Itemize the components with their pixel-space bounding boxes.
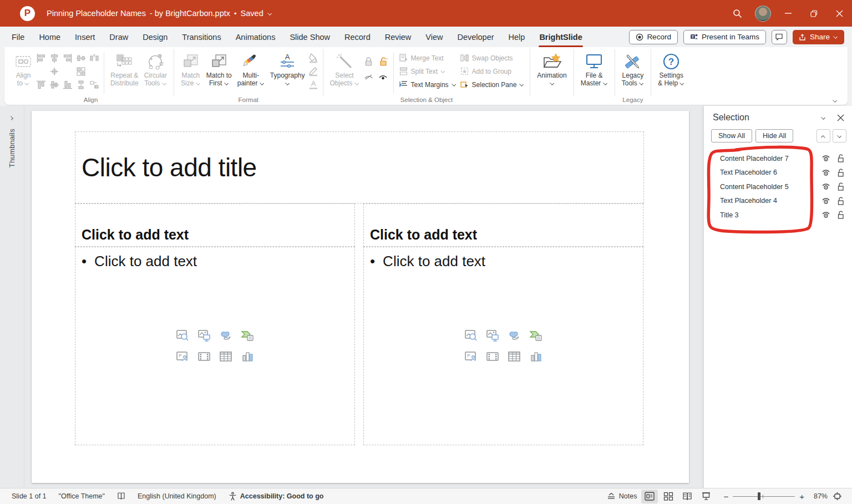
slide-canvas[interactable]: Click to add title Click to add text •Cl… <box>32 111 689 483</box>
unlock-icon[interactable] <box>836 196 845 206</box>
tab-brightslide[interactable]: BrightSlide <box>532 27 589 47</box>
insert-smartart-button[interactable] <box>529 329 542 342</box>
tab-developer[interactable]: Developer <box>450 27 501 47</box>
share-button[interactable]: Share <box>793 30 844 44</box>
show-all-button[interactable]: Show All <box>711 129 752 142</box>
theme-status[interactable]: "Office Theme" <box>55 488 108 504</box>
visibility-eye-icon[interactable] <box>821 168 831 177</box>
multi-painter-button[interactable]: Multi-painter <box>235 50 267 89</box>
insert-cameo-button[interactable]: P <box>176 350 189 363</box>
insert-stock-image-button[interactable] <box>464 329 478 342</box>
align-middle-vertical-button[interactable] <box>48 79 60 91</box>
insert-video-button[interactable] <box>486 350 499 363</box>
tab-insert[interactable]: Insert <box>68 27 102 47</box>
zoom-in-button[interactable]: + <box>799 492 804 501</box>
visibility-eye-icon[interactable] <box>821 182 831 191</box>
language-status[interactable]: English (United Kingdom) <box>134 488 220 504</box>
insert-table-button[interactable] <box>508 350 521 363</box>
normal-view-button[interactable] <box>641 490 658 503</box>
gap-horizontal-button[interactable] <box>88 52 100 64</box>
swap-objects-button[interactable]: Swap Objects <box>458 53 526 63</box>
align-left-button[interactable] <box>35 52 47 64</box>
tab-slide-show[interactable]: Slide Show <box>282 27 337 47</box>
fit-to-window-button[interactable] <box>829 490 845 503</box>
font-color-button[interactable]: A <box>308 79 319 90</box>
move-down-button[interactable] <box>833 129 846 142</box>
visibility-eye-icon[interactable] <box>821 154 831 163</box>
zoom-percentage[interactable]: 87% <box>809 492 828 500</box>
thumbnails-panel-collapsed[interactable]: Thumbnails <box>0 106 24 488</box>
insert-pictures-button[interactable] <box>197 329 211 342</box>
comments-button[interactable] <box>772 30 787 44</box>
restore-button[interactable] <box>801 0 826 27</box>
typography-button[interactable]: A Typography <box>267 50 308 89</box>
title-placeholder[interactable]: Click to add title <box>75 131 644 203</box>
selection-item-text-placeholder-4[interactable]: Text Placeholder 4 <box>704 194 852 208</box>
fill-color-button[interactable] <box>308 52 319 63</box>
slideshow-view-button[interactable] <box>698 490 714 503</box>
insert-cameo-button[interactable]: P <box>464 350 478 363</box>
collapse-ribbon-button[interactable] <box>833 99 838 103</box>
zoom-out-button[interactable]: − <box>723 492 728 501</box>
accessibility-status[interactable]: Accessibility: Good to go <box>225 488 327 504</box>
swap-size-button[interactable] <box>88 79 100 91</box>
selection-item-text-placeholder-6[interactable]: Text Placeholder 6 <box>704 166 852 180</box>
show-object-button[interactable] <box>377 70 390 84</box>
hide-object-button[interactable] <box>362 70 376 84</box>
unlock-icon[interactable] <box>836 182 845 191</box>
tab-record[interactable]: Record <box>337 27 378 47</box>
align-bottom-button[interactable] <box>62 79 74 91</box>
selection-item-title-3[interactable]: Title 3 <box>704 208 852 222</box>
move-up-button[interactable] <box>816 129 830 142</box>
selection-item-content-placeholder-5[interactable]: Content Placeholder 5 <box>704 180 852 194</box>
saved-status[interactable]: Saved <box>241 9 263 18</box>
insert-icons-button[interactable] <box>219 329 232 342</box>
expand-thumbnails-icon[interactable] <box>9 116 14 120</box>
distribute-vertical-button[interactable] <box>75 79 87 91</box>
unlock-icon[interactable] <box>836 210 845 220</box>
present-in-teams-button[interactable]: T Present in Teams <box>683 30 766 44</box>
spellcheck-button[interactable] <box>114 488 129 504</box>
insert-chart-button[interactable] <box>241 350 254 363</box>
match-to-first-button[interactable]: Match toFirst <box>204 50 235 89</box>
circular-tools-button[interactable]: CircularTools <box>141 50 170 89</box>
text-placeholder-right[interactable]: Click to add text <box>363 203 643 247</box>
insert-stock-image-button[interactable] <box>176 329 189 342</box>
tab-file[interactable]: File <box>4 27 32 47</box>
align-middle-button[interactable] <box>75 52 87 64</box>
record-button[interactable]: Record <box>629 30 678 44</box>
unlock-icon[interactable] <box>836 154 845 163</box>
tab-transitions[interactable]: Transitions <box>175 27 228 47</box>
selection-pane-close-icon[interactable] <box>837 114 844 121</box>
tab-draw[interactable]: Draw <box>102 27 135 47</box>
zoom-slider[interactable] <box>733 492 795 500</box>
tab-view[interactable]: View <box>418 27 450 47</box>
account-button[interactable] <box>750 0 775 27</box>
text-margins-button[interactable]: Text Margins <box>397 79 458 90</box>
unlock-icon[interactable] <box>836 168 845 177</box>
selection-pane-options-icon[interactable] <box>821 116 826 120</box>
insert-chart-button[interactable] <box>529 350 542 363</box>
repeat-distribute-button[interactable]: Repeat &Distribute <box>108 50 141 89</box>
settings-help-button[interactable]: ? Settings& Help <box>655 50 687 89</box>
notes-button[interactable]: Notes <box>604 488 641 504</box>
add-to-group-button[interactable]: Add to Group <box>458 66 526 77</box>
tab-home[interactable]: Home <box>32 27 68 47</box>
minimize-button[interactable] <box>775 0 801 27</box>
slide-number-status[interactable]: Slide 1 of 1 <box>8 488 50 504</box>
saved-dropdown-icon[interactable] <box>267 12 272 16</box>
lock-object-button[interactable] <box>362 54 376 69</box>
tab-animations[interactable]: Animations <box>229 27 283 47</box>
split-text-button[interactable]: Split Text <box>397 66 458 77</box>
animation-button[interactable]: Animation <box>534 50 569 89</box>
reading-view-button[interactable] <box>679 490 696 503</box>
slide-sorter-view-button[interactable] <box>660 490 677 503</box>
selection-item-content-placeholder-7[interactable]: Content Placeholder 7 <box>704 151 852 166</box>
zoom-slider-handle[interactable] <box>758 492 760 500</box>
tab-design[interactable]: Design <box>135 27 175 47</box>
outline-color-button[interactable] <box>308 65 319 77</box>
align-to-button[interactable]: Alignto <box>12 50 35 89</box>
tab-help[interactable]: Help <box>501 27 532 47</box>
visibility-eye-icon[interactable] <box>821 210 831 220</box>
select-objects-button[interactable]: SelectObjects <box>327 50 362 89</box>
